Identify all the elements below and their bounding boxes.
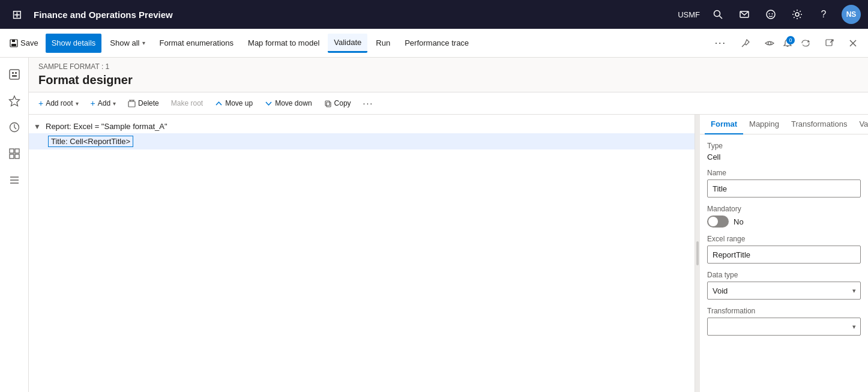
- tab-validations[interactable]: Validations: [853, 115, 868, 134]
- app-grid-icon[interactable]: ⊞: [7, 5, 26, 24]
- side-nav: [0, 58, 29, 392]
- org-label: USMF: [678, 10, 700, 19]
- nav-workspaces-icon[interactable]: [2, 142, 26, 166]
- show-details-button[interactable]: Show details: [46, 34, 102, 53]
- svg-rect-33: [325, 101, 330, 106]
- properties-pane: Format Mapping Transformations Validatio…: [700, 115, 868, 392]
- prop-name-input[interactable]: [707, 179, 861, 198]
- map-format-to-model-button[interactable]: Map format to model: [242, 34, 325, 53]
- pin-button[interactable]: [735, 34, 756, 53]
- svg-rect-23: [10, 154, 14, 158]
- app-title: Finance and Operations Preview: [34, 10, 671, 20]
- eye-button[interactable]: [759, 34, 780, 53]
- svg-line-10: [742, 44, 745, 47]
- user-avatar[interactable]: NS: [842, 5, 861, 24]
- svg-rect-32: [327, 102, 331, 107]
- prop-transformation-group: Transformation ▾: [707, 307, 861, 336]
- props-content: Type Cell Name Mandatory: [700, 134, 868, 392]
- prop-type-group: Type Cell: [707, 142, 861, 161]
- mandatory-toggle[interactable]: [707, 216, 729, 228]
- help-icon[interactable]: ?: [815, 6, 832, 23]
- svg-rect-17: [15, 72, 17, 74]
- save-button[interactable]: Save: [5, 34, 43, 53]
- more-toolbar-button[interactable]: ···: [358, 95, 379, 112]
- prop-mandatory-group: Mandatory No: [707, 205, 861, 228]
- prop-excel-range-group: Excel range: [707, 235, 861, 264]
- tree-pane: ▼ Report: Excel = "Sample format_A" Titl…: [29, 115, 695, 392]
- notification-badge[interactable]: 0: [783, 38, 792, 48]
- tree-label-report: Report: Excel = "Sample format_A": [46, 122, 167, 131]
- svg-rect-8: [12, 40, 15, 42]
- prop-excel-range-label: Excel range: [707, 235, 861, 243]
- prop-data-type-select[interactable]: Void String Integer Real Date DateTime B…: [707, 282, 861, 300]
- prop-type-value: Cell: [707, 152, 861, 161]
- make-root-button[interactable]: Make root: [166, 95, 208, 112]
- add-button[interactable]: + Add ▾: [86, 95, 121, 112]
- prop-data-type-select-wrap: Void String Integer Real Date DateTime B…: [707, 282, 861, 300]
- prop-type-label: Type: [707, 142, 861, 150]
- prop-transformation-label: Transformation: [707, 307, 861, 315]
- props-tabs: Format Mapping Transformations Validatio…: [700, 115, 868, 134]
- delete-button[interactable]: Delete: [123, 95, 164, 112]
- show-all-button[interactable]: Show all ▾: [104, 34, 151, 53]
- svg-rect-21: [10, 149, 14, 153]
- move-down-button[interactable]: Move down: [260, 95, 316, 112]
- svg-point-6: [795, 13, 799, 16]
- badge-count: 0: [786, 36, 795, 44]
- nav-recent-icon[interactable]: [2, 115, 26, 139]
- svg-point-11: [768, 41, 771, 44]
- copy-button[interactable]: Copy: [319, 95, 356, 112]
- tree-item-title[interactable]: Title: Cell<ReportTitle>: [29, 133, 695, 149]
- main-layout: SAMPLE FORMAT : 1 Format designer + Add …: [0, 58, 868, 392]
- search-global-icon[interactable]: [710, 6, 726, 23]
- svg-point-5: [772, 13, 773, 14]
- command-bar: Save Show details Show all ▾ Format enum…: [0, 29, 868, 58]
- settings-icon[interactable]: [789, 6, 806, 23]
- close-button[interactable]: [843, 34, 863, 53]
- svg-line-1: [720, 16, 723, 19]
- performance-trace-button[interactable]: Performance trace: [399, 34, 475, 53]
- svg-rect-24: [15, 154, 19, 158]
- svg-rect-16: [12, 72, 14, 74]
- title-bar: ⊞ Finance and Operations Preview USMF ? …: [0, 0, 868, 29]
- tab-mapping[interactable]: Mapping: [743, 115, 785, 134]
- tree-toggle-report: ▼: [34, 122, 42, 131]
- prop-transformation-select-wrap: ▾: [707, 318, 861, 336]
- svg-rect-12: [826, 40, 832, 46]
- run-button[interactable]: Run: [370, 34, 396, 53]
- resize-handle[interactable]: [695, 115, 700, 392]
- format-enumerations-button[interactable]: Format enumerations: [154, 34, 240, 53]
- more-options-button[interactable]: ···: [709, 34, 732, 53]
- prop-mandatory-label: Mandatory: [707, 205, 861, 213]
- prop-excel-range-input[interactable]: [707, 246, 861, 264]
- page-title: Format designer: [29, 73, 868, 92]
- prop-data-type-label: Data type: [707, 271, 861, 279]
- refresh-button[interactable]: [795, 34, 816, 53]
- nav-home-icon[interactable]: [2, 62, 26, 86]
- prop-name-label: Name: [707, 169, 861, 177]
- mandatory-toggle-row: No: [707, 216, 861, 228]
- svg-marker-19: [9, 96, 19, 106]
- svg-point-4: [769, 13, 770, 14]
- add-root-chevron: ▾: [76, 100, 79, 107]
- open-new-button[interactable]: [819, 34, 840, 53]
- tree-item-report[interactable]: ▼ Report: Excel = "Sample format_A": [29, 119, 695, 133]
- designer-toolbar: + Add root ▾ + Add ▾ Delete Make root Mo…: [29, 92, 868, 115]
- add-chevron: ▾: [113, 100, 116, 107]
- tab-transformations[interactable]: Transformations: [785, 115, 853, 134]
- nav-modules-icon[interactable]: [2, 168, 26, 192]
- content-area: SAMPLE FORMAT : 1 Format designer + Add …: [29, 58, 868, 392]
- svg-rect-22: [15, 149, 19, 153]
- validate-button[interactable]: Validate: [328, 34, 367, 53]
- show-all-chevron: ▾: [142, 40, 145, 46]
- designer-split: ▼ Report: Excel = "Sample format_A" Titl…: [29, 115, 868, 392]
- tree-label-title: Title: Cell<ReportTitle>: [48, 136, 133, 147]
- nav-favorites-icon[interactable]: [2, 89, 26, 113]
- prop-transformation-select[interactable]: [707, 318, 861, 336]
- emoji-icon[interactable]: [762, 6, 779, 23]
- add-root-button[interactable]: + Add root ▾: [34, 95, 83, 112]
- prop-data-type-group: Data type Void String Integer Real Date …: [707, 271, 861, 300]
- notification-icon[interactable]: [736, 6, 753, 23]
- move-up-button[interactable]: Move up: [210, 95, 258, 112]
- tab-format[interactable]: Format: [705, 115, 743, 134]
